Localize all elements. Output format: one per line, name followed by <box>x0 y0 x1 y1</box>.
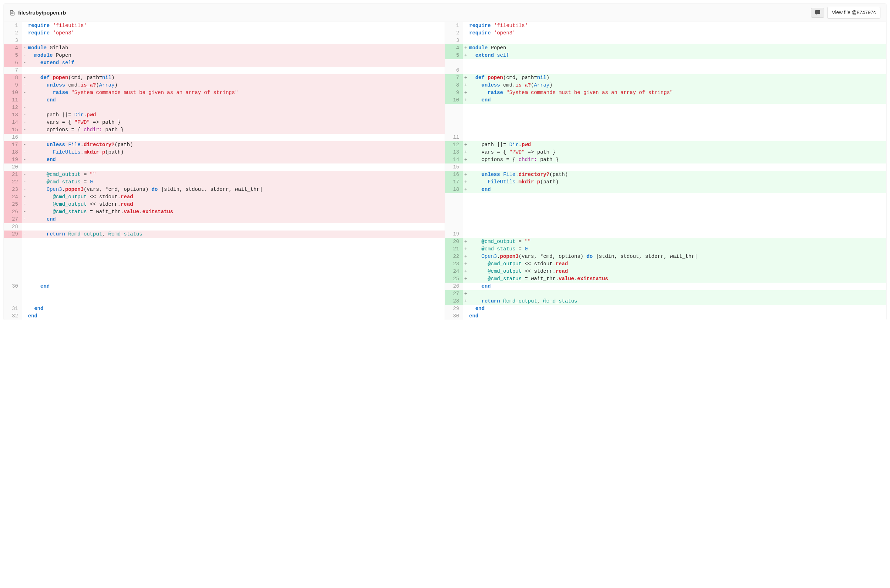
diff-line-blank <box>445 126 886 134</box>
diff-line: 19- end <box>4 156 445 164</box>
line-content: - Open3.popen3(vars, *cmd, options) do |… <box>22 186 445 193</box>
line-number[interactable]: 1 <box>445 22 463 29</box>
line-content: - def popen(cmd, path=nil) <box>22 74 445 82</box>
line-number[interactable]: 3 <box>4 37 22 44</box>
line-number[interactable]: 14 <box>445 156 463 164</box>
line-number[interactable]: 27 <box>445 290 463 297</box>
line-number[interactable]: 12 <box>445 141 463 148</box>
toggle-comments-button[interactable] <box>811 8 824 18</box>
line-number[interactable]: 28 <box>4 223 22 231</box>
line-number[interactable]: 29 <box>445 305 463 312</box>
line-number[interactable]: 27 <box>4 216 22 223</box>
diff-line: 11 <box>445 134 886 141</box>
line-number[interactable]: 21 <box>4 171 22 178</box>
line-number[interactable]: 20 <box>4 164 22 171</box>
line-number <box>4 275 22 283</box>
line-content: - @cmd_output << stderr.read <box>22 201 445 208</box>
diff-line-blank <box>4 290 445 297</box>
line-number[interactable]: 30 <box>4 283 22 290</box>
line-number[interactable]: 18 <box>4 148 22 156</box>
diff-line-blank <box>4 253 445 260</box>
view-file-button[interactable]: View file @874797c <box>827 7 880 19</box>
diff-line: 18- FileUtils.mkdir_p(path) <box>4 148 445 156</box>
line-number[interactable]: 18 <box>445 186 463 193</box>
line-number[interactable]: 1 <box>4 22 22 29</box>
diff-line: 4+module Popen <box>445 44 886 52</box>
diff-line-blank <box>445 201 886 208</box>
line-number[interactable]: 19 <box>4 156 22 164</box>
line-number[interactable]: 24 <box>4 193 22 201</box>
line-number[interactable]: 10 <box>4 89 22 96</box>
diff-line: 29- return @cmd_output, @cmd_status <box>4 231 445 238</box>
line-number[interactable]: 14 <box>4 119 22 126</box>
diff-line: 28+ return @cmd_output, @cmd_status <box>445 297 886 305</box>
line-number[interactable]: 11 <box>4 96 22 104</box>
line-number[interactable]: 4 <box>445 44 463 52</box>
line-number[interactable]: 16 <box>4 134 22 141</box>
line-number[interactable]: 5 <box>4 52 22 59</box>
line-number[interactable]: 17 <box>445 178 463 186</box>
line-number[interactable]: 2 <box>4 29 22 37</box>
line-number[interactable]: 22 <box>445 253 463 260</box>
line-number[interactable]: 6 <box>445 67 463 74</box>
line-number[interactable]: 7 <box>4 67 22 74</box>
line-content <box>22 67 445 74</box>
diff-line: 15- options = { chdir: path } <box>4 126 445 134</box>
line-number[interactable]: 25 <box>445 275 463 283</box>
line-number[interactable]: 31 <box>4 305 22 312</box>
line-number[interactable]: 15 <box>4 126 22 134</box>
line-content: require 'open3' <box>22 29 445 37</box>
line-number[interactable]: 30 <box>445 312 463 320</box>
line-content: - extend self <box>22 59 445 67</box>
line-content: + @cmd_output << stderr.read <box>463 268 886 275</box>
line-number[interactable]: 32 <box>4 312 22 320</box>
line-content <box>22 134 445 141</box>
line-number[interactable]: 23 <box>4 186 22 193</box>
line-number[interactable]: 11 <box>445 134 463 141</box>
line-number[interactable]: 16 <box>445 171 463 178</box>
line-number[interactable]: 23 <box>445 260 463 268</box>
line-number[interactable]: 26 <box>445 283 463 290</box>
line-number[interactable]: 8 <box>445 82 463 89</box>
line-number[interactable]: 7 <box>445 74 463 82</box>
diff-line: 20+ @cmd_output = "" <box>445 238 886 245</box>
diff-line: 1 require 'fileutils' <box>4 22 445 29</box>
diff-line-blank <box>445 223 886 231</box>
line-number[interactable]: 12 <box>4 104 22 111</box>
line-number[interactable]: 15 <box>445 164 463 171</box>
line-content <box>22 245 445 253</box>
line-number[interactable]: 6 <box>4 59 22 67</box>
diff-line: 29 end <box>445 305 886 312</box>
line-number[interactable]: 29 <box>4 231 22 238</box>
diff-line: 14+ options = { chdir: path } <box>445 156 886 164</box>
line-number[interactable]: 24 <box>445 268 463 275</box>
diff-line: 7+ def popen(cmd, path=nil) <box>445 74 886 82</box>
line-number[interactable]: 9 <box>445 89 463 96</box>
line-number[interactable]: 25 <box>4 201 22 208</box>
line-number[interactable]: 22 <box>4 178 22 186</box>
line-number[interactable]: 2 <box>445 29 463 37</box>
line-number[interactable]: 17 <box>4 141 22 148</box>
line-number[interactable]: 20 <box>445 238 463 245</box>
line-content: + unless File.directory?(path) <box>463 171 886 178</box>
comment-icon <box>815 10 821 15</box>
line-content <box>22 238 445 245</box>
line-number[interactable]: 3 <box>445 37 463 44</box>
line-number[interactable]: 13 <box>4 111 22 119</box>
line-number[interactable]: 21 <box>445 245 463 253</box>
line-number[interactable]: 10 <box>445 96 463 104</box>
line-content <box>22 268 445 275</box>
line-number[interactable]: 26 <box>4 208 22 216</box>
line-number[interactable]: 9 <box>4 82 22 89</box>
line-number[interactable]: 4 <box>4 44 22 52</box>
line-content <box>463 223 886 231</box>
line-number[interactable]: 13 <box>445 148 463 156</box>
line-number[interactable]: 19 <box>445 231 463 238</box>
line-number <box>445 59 463 67</box>
line-number[interactable]: 28 <box>445 297 463 305</box>
diff-line-blank <box>4 245 445 253</box>
line-number[interactable]: 8 <box>4 74 22 82</box>
line-content <box>463 104 886 111</box>
line-number[interactable]: 5 <box>445 52 463 59</box>
line-content: +module Popen <box>463 44 886 52</box>
